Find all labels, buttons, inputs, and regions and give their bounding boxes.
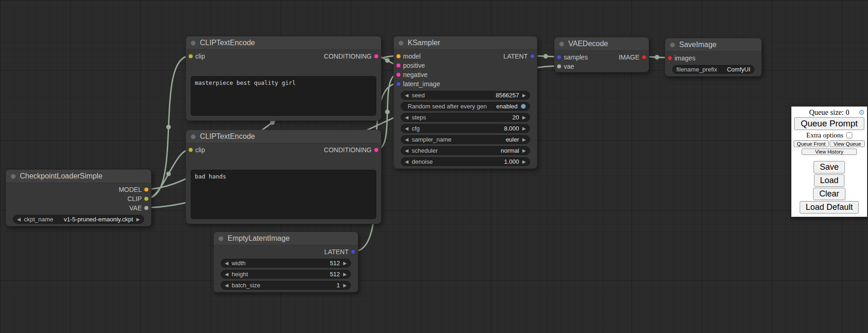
extra-options-checkbox[interactable]	[846, 132, 852, 138]
input-port-clip[interactable]	[188, 54, 193, 59]
view-queue-button[interactable]: View Queue	[830, 140, 865, 147]
slot-row: samples IMAGE	[555, 53, 649, 62]
node-clip-text-encode-negative[interactable]: CLIPTextEncode clip CONDITIONING bad han…	[186, 130, 381, 224]
slot-row: latent_image	[394, 79, 537, 89]
input-port-negative[interactable]	[396, 72, 401, 77]
decrement-arrow-icon[interactable]: ◀	[405, 93, 409, 98]
node-checkpoint-loader[interactable]: CheckpointLoaderSimple MODEL CLIP VAE ◀ …	[6, 169, 151, 226]
output-port-image[interactable]	[642, 55, 646, 59]
node-title-bar[interactable]: CLIPTextEncode	[186, 130, 381, 143]
toggle-on-indicator[interactable]	[521, 104, 526, 109]
save-button[interactable]: Save	[814, 161, 844, 173]
widget-batch-size[interactable]: ◀ batch_size 1 ▶	[221, 281, 351, 290]
widget-scheduler[interactable]: ◀ scheduler normal ▶	[401, 146, 530, 155]
node-empty-latent-image[interactable]: EmptyLatentImage LATENT ◀ width 512 ▶ ◀ …	[213, 232, 358, 292]
decrement-arrow-icon[interactable]: ◀	[225, 272, 229, 277]
collapse-dot-icon[interactable]	[191, 134, 196, 139]
clear-button[interactable]: Clear	[813, 188, 845, 200]
node-title-bar[interactable]: VAEDecode	[555, 37, 649, 51]
increment-arrow-icon[interactable]: ▶	[136, 217, 140, 222]
settings-gear-icon[interactable]: ⚙	[859, 108, 865, 117]
increment-arrow-icon[interactable]: ▶	[522, 93, 526, 98]
output-port-vae[interactable]	[144, 206, 149, 210]
slot-row: positive	[394, 61, 537, 70]
view-history-button[interactable]: View History	[802, 149, 857, 155]
collapse-dot-icon[interactable]	[398, 41, 404, 46]
output-port-model[interactable]	[144, 187, 149, 192]
input-port-samples[interactable]	[557, 55, 561, 59]
decrement-arrow-icon[interactable]: ◀	[405, 149, 409, 153]
output-label-model: MODEL	[119, 186, 142, 193]
widget-random-seed-toggle[interactable]: Random seed after every gen enabled	[401, 102, 530, 111]
input-port-model[interactable]	[396, 54, 401, 59]
collapse-dot-icon[interactable]	[11, 174, 16, 179]
load-button[interactable]: Load	[814, 174, 844, 187]
input-port-clip[interactable]	[188, 148, 193, 152]
collapse-dot-icon[interactable]	[559, 42, 564, 47]
queue-front-button[interactable]: Queue Front	[794, 140, 829, 147]
collapse-dot-icon[interactable]	[191, 41, 196, 46]
widget-ckpt-name[interactable]: ◀ ckpt_name v1-5-pruned-emaonly.ckpt ▶	[13, 215, 144, 224]
output-port-latent[interactable]	[351, 250, 356, 254]
node-ksampler[interactable]: KSampler model LATENT positive negative …	[393, 36, 537, 169]
node-body: LATENT ◀ width 512 ▶ ◀ height 512 ▶ ◀ ba…	[214, 245, 358, 292]
decrement-arrow-icon[interactable]: ◀	[17, 217, 21, 222]
slot-row: images	[665, 54, 761, 63]
output-port-latent[interactable]	[530, 54, 535, 59]
increment-arrow-icon[interactable]: ▶	[522, 115, 526, 120]
node-title-bar[interactable]: CLIPTextEncode	[186, 36, 381, 50]
widget-denoise[interactable]: ◀ denoise 1.000 ▶	[401, 157, 530, 166]
node-title-bar[interactable]: KSampler	[394, 36, 537, 50]
queue-prompt-button[interactable]: Queue Prompt	[794, 117, 864, 130]
node-title-bar[interactable]: SaveImage	[665, 38, 761, 52]
node-title-bar[interactable]: CheckpointLoaderSimple	[6, 170, 151, 183]
input-port-positive[interactable]	[396, 63, 401, 68]
node-title: EmptyLatentImage	[228, 234, 289, 243]
widget-filename-prefix[interactable]: filename_prefix ComfyUI	[672, 65, 754, 74]
input-port-latent-image[interactable]	[396, 82, 401, 86]
link-midpoint-dot	[385, 110, 390, 114]
increment-arrow-icon[interactable]: ▶	[343, 261, 347, 266]
input-port-images[interactable]	[668, 56, 672, 60]
node-vae-decode[interactable]: VAEDecode samples IMAGE vae	[554, 37, 649, 72]
positive-prompt-textarea[interactable]: masterpiece best quality girl	[191, 76, 376, 116]
input-port-vae[interactable]	[557, 64, 561, 69]
decrement-arrow-icon[interactable]: ◀	[225, 261, 229, 266]
increment-arrow-icon[interactable]: ▶	[522, 149, 526, 153]
decrement-arrow-icon[interactable]: ◀	[225, 283, 229, 288]
node-body: samples IMAGE vae	[555, 51, 649, 72]
widget-sampler-name[interactable]: ◀ sampler_name euler ▶	[401, 135, 530, 144]
increment-arrow-icon[interactable]: ▶	[343, 272, 347, 277]
output-port-clip[interactable]	[144, 196, 149, 201]
increment-arrow-icon[interactable]: ▶	[522, 160, 526, 164]
decrement-arrow-icon[interactable]: ◀	[405, 126, 409, 131]
node-title: KSampler	[408, 39, 440, 47]
collapse-dot-icon[interactable]	[218, 236, 223, 241]
link-checkpoint-loader-CLIP-to-clip-positive-clip[interactable]	[147, 56, 190, 198]
widget-height[interactable]: ◀ height 512 ▶	[221, 270, 351, 279]
input-label-model: model	[403, 53, 421, 60]
negative-prompt-textarea[interactable]: bad hands	[191, 170, 376, 219]
increment-arrow-icon[interactable]: ▶	[522, 126, 526, 131]
output-port-conditioning[interactable]	[374, 54, 379, 59]
load-default-button[interactable]: Load Default	[800, 201, 859, 214]
decrement-arrow-icon[interactable]: ◀	[405, 160, 409, 164]
increment-arrow-icon[interactable]: ▶	[522, 137, 526, 142]
widget-cfg[interactable]: ◀ cfg 8.000 ▶	[401, 124, 530, 133]
node-title-bar[interactable]: EmptyLatentImage	[214, 232, 358, 245]
widget-steps[interactable]: ◀ steps 20 ▶	[401, 113, 530, 122]
graph-canvas[interactable]: { "app": { "name": "ComfyUI", "view": "n…	[0, 0, 868, 333]
collapse-dot-icon[interactable]	[670, 42, 675, 48]
decrement-arrow-icon[interactable]: ◀	[405, 137, 409, 142]
widget-seed[interactable]: ◀ seed 8566257 ▶	[401, 91, 530, 100]
increment-arrow-icon[interactable]: ▶	[343, 283, 347, 288]
link-checkpoint-loader-CLIP-to-clip-negative-clip[interactable]	[147, 149, 190, 198]
node-save-image[interactable]: SaveImage images filename_prefix ComfyUI	[665, 38, 762, 77]
node-clip-text-encode-positive[interactable]: CLIPTextEncode clip CONDITIONING masterp…	[186, 36, 381, 121]
node-body: images filename_prefix ComfyUI	[665, 52, 761, 76]
decrement-arrow-icon[interactable]: ◀	[405, 115, 409, 120]
widget-width[interactable]: ◀ width 512 ▶	[221, 259, 351, 268]
widget-value: 1.000	[504, 158, 519, 165]
slot-row: MODEL	[6, 185, 151, 194]
output-port-conditioning[interactable]	[374, 148, 379, 152]
